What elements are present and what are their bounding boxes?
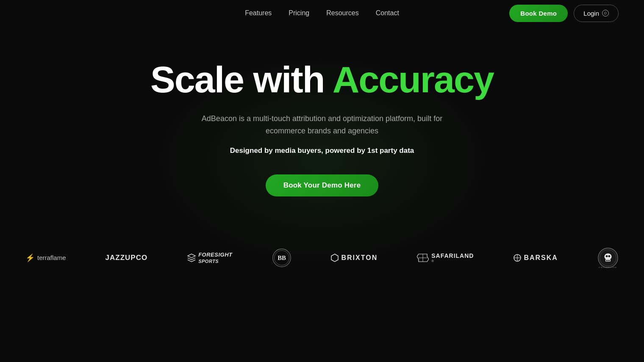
nav-resources[interactable]: Resources (326, 9, 358, 17)
brixton-hex-icon (331, 254, 339, 262)
book-demo-button[interactable]: Book Demo (509, 5, 568, 22)
svg-rect-14 (608, 260, 610, 261)
svg-point-11 (604, 253, 611, 260)
svg-rect-12 (605, 259, 611, 262)
safariland-text: SAFARILAND (431, 252, 474, 259)
svg-point-15 (606, 255, 608, 257)
logo-safariland: SAFARILAND ® (417, 252, 474, 263)
skull-badge-icon: COLLECTIVE (597, 247, 619, 268)
jazzupco-text: JAZZUPCO (105, 254, 148, 262)
login-button[interactable]: Login ⊙ (574, 5, 619, 22)
foresight-icon (187, 253, 196, 263)
login-label: Login (583, 10, 599, 17)
terraflame-text: terraflame (37, 254, 66, 261)
terraflame-icon: ⚡ (25, 253, 35, 263)
safariland-trademark: ® (431, 259, 474, 263)
nav-actions: Book Demo Login ⊙ (509, 5, 619, 22)
foresight-text: FORESIGHTSPORTS (198, 251, 232, 264)
login-circle-icon: ⊙ (602, 10, 609, 17)
svg-text:BB: BB (278, 254, 286, 261)
logo-brixton: BRIXTON (331, 254, 378, 262)
logo-jazzupco: JAZZUPCO (105, 254, 148, 262)
hero-cta-button[interactable]: Book Your Demo Here (266, 174, 379, 196)
nav-pricing[interactable]: Pricing (289, 9, 309, 17)
svg-text:COLLECTIVE: COLLECTIVE (599, 267, 617, 268)
hero-title-accent: Accuracy (333, 58, 494, 100)
safariland-icon (417, 253, 429, 263)
hero-subtitle: AdBeacon is a multi-touch attribution an… (195, 113, 449, 137)
logo-bb: BB (272, 248, 291, 268)
nav-contact[interactable]: Contact (376, 9, 399, 17)
hero-section: Scale with Accuracy AdBeacon is a multi-… (0, 26, 644, 222)
svg-marker-3 (331, 254, 338, 262)
hero-title: Scale with Accuracy (150, 60, 494, 99)
nav-features[interactable]: Features (245, 9, 272, 17)
hero-tagline: Designed by media buyers, powered by 1st… (230, 146, 414, 155)
logos-strip: ⚡ terraflame JAZZUPCO FORESIGHTSPORTS BB… (0, 235, 644, 281)
navigation: Features Pricing Resources Contact Book … (0, 0, 644, 26)
hero-title-part1: Scale with (150, 58, 333, 100)
brixton-text: BRIXTON (341, 254, 378, 262)
barska-text: BARSKA (524, 254, 558, 262)
logo-barska: BARSKA (513, 254, 558, 262)
barska-icon (513, 254, 522, 262)
svg-rect-13 (606, 260, 608, 261)
logo-skull-badge: COLLECTIVE (597, 247, 619, 268)
logo-foresight: FORESIGHTSPORTS (187, 251, 232, 264)
logo-terraflame: ⚡ terraflame (25, 253, 66, 263)
svg-point-16 (608, 255, 610, 257)
bb-badge-icon: BB (272, 248, 291, 268)
